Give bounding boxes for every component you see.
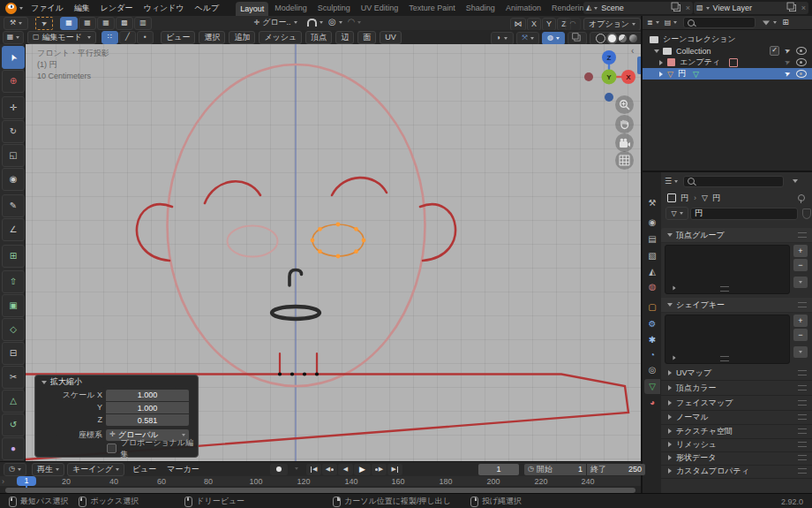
menu-file[interactable]: ファイル xyxy=(26,3,68,14)
scale-x-field[interactable]: 1.000 xyxy=(106,390,189,401)
tool-bevel[interactable]: ◇ xyxy=(2,318,25,341)
shading-rendered-button[interactable] xyxy=(629,34,637,42)
view-layer-tab-icon[interactable]: ▧ xyxy=(644,248,660,263)
mesh-datablock-dropdown[interactable]: ▽ xyxy=(665,207,688,220)
shape-keys-list[interactable] xyxy=(665,315,790,364)
outliner-row-empty[interactable]: エンプティ ➤ xyxy=(643,57,812,68)
panel-grip-icon[interactable] xyxy=(798,385,807,390)
list-expand-icon[interactable] xyxy=(673,286,675,291)
falloff-icon-button[interactable]: ◠ xyxy=(565,18,581,31)
jump-to-end-button[interactable]: ▶ xyxy=(387,464,402,475)
workspace-tab-shading[interactable]: Shading xyxy=(462,3,500,14)
pin-icon[interactable] xyxy=(798,194,805,201)
face-select-button[interactable]: ▪ xyxy=(137,31,154,44)
new-collection-button[interactable]: ⊞ xyxy=(782,19,789,27)
panel-grip-icon[interactable] xyxy=(798,442,807,447)
select-mode-extend-button[interactable]: ▦ xyxy=(79,17,96,30)
panel-grip-icon[interactable] xyxy=(798,302,807,307)
tool-annotate[interactable]: ✎ xyxy=(2,194,25,217)
tool-cursor[interactable]: ⊕ xyxy=(2,70,25,93)
tool-inset-faces[interactable]: ▣ xyxy=(2,294,25,317)
eye-icon[interactable] xyxy=(796,47,807,55)
mirror-y-button[interactable]: Y xyxy=(542,18,556,31)
active-tool-dropdown[interactable]: ⚒ xyxy=(4,17,28,30)
select-mode-new-button[interactable]: ▦ xyxy=(60,17,78,30)
properties-display-dropdown[interactable]: ☰ xyxy=(665,178,678,186)
tool-scale[interactable]: ◱ xyxy=(2,144,25,167)
play-reverse-button[interactable]: ◀ xyxy=(338,464,353,475)
panel-normals[interactable]: ノーマル xyxy=(661,410,812,425)
pan-button[interactable] xyxy=(615,115,634,133)
panel-grip-icon[interactable] xyxy=(798,370,807,375)
panel-custom-properties[interactable]: カスタムプロパティ xyxy=(661,464,812,479)
render-tab-icon[interactable]: ◉ xyxy=(644,215,660,230)
outliner-display-mode[interactable]: ≣ xyxy=(647,19,659,27)
vertex-group-specials-button[interactable] xyxy=(793,277,808,288)
modifiers-tab-icon[interactable]: ⚙ xyxy=(644,316,660,331)
end-frame-field[interactable]: 終了 250 xyxy=(587,464,645,475)
tool-measure[interactable]: ∠ xyxy=(2,218,25,241)
start-frame-field[interactable]: ◷ 開始 1 xyxy=(524,464,586,475)
playhead[interactable]: 1 xyxy=(17,476,36,486)
scene-selector[interactable]: ◭ Scene × xyxy=(583,2,693,14)
collapse-chevron-icon[interactable]: ‹ xyxy=(631,46,634,56)
datablock-name-input[interactable]: 円 xyxy=(690,208,798,220)
shading-solid-button[interactable] xyxy=(608,34,616,42)
material-tab-icon[interactable]: ◕ xyxy=(644,395,660,410)
orientation-dropdown[interactable]: ✛ グロー.. xyxy=(249,17,302,28)
panel-grip-icon[interactable] xyxy=(798,468,807,474)
menu-edit[interactable]: 編集 xyxy=(70,3,94,14)
eye-icon[interactable] xyxy=(796,58,807,66)
view-menu[interactable]: ビュー xyxy=(128,464,161,475)
tool-knife[interactable]: ✂ xyxy=(2,366,25,389)
chevron-down-icon[interactable] xyxy=(793,179,798,183)
select-mode-invert-button[interactable]: ▩ xyxy=(116,17,133,30)
panel-grip-icon[interactable] xyxy=(798,414,807,420)
shading-wireframe-button[interactable] xyxy=(596,34,605,43)
workspace-tab-texture-paint[interactable]: Texture Paint xyxy=(404,3,460,14)
scale-y-field[interactable]: 1.000 xyxy=(106,402,189,413)
shape-key-remove-button[interactable]: − xyxy=(793,329,808,341)
menu-face[interactable]: 面 xyxy=(357,31,376,44)
viewport-canvas[interactable]: フロント・平行投影 (1) 円 10 Centimeters Z X Y ‹ 拡… xyxy=(26,44,641,461)
fake-user-shield-icon[interactable] xyxy=(802,209,811,219)
timeline-ruler[interactable]: › 20 40 60 80 100 120 140 160 180 200 22… xyxy=(0,476,641,486)
menu-help[interactable]: ヘルプ xyxy=(191,3,224,14)
scene-tab-icon[interactable]: ◭ xyxy=(644,264,660,279)
properties-search-input[interactable] xyxy=(683,176,784,187)
particles-tab-icon[interactable]: ✱ xyxy=(644,332,660,347)
panel-grip-icon[interactable] xyxy=(798,428,807,434)
vertex-groups-list[interactable] xyxy=(665,245,790,294)
workspace-tab-sculpting[interactable]: Sculpting xyxy=(313,3,355,14)
playback-menu[interactable]: 再生 xyxy=(32,463,64,476)
panel-face-maps[interactable]: フェイスマップ xyxy=(661,396,812,411)
tool-smooth[interactable]: ● xyxy=(2,437,25,460)
output-tab-icon[interactable]: ▤ xyxy=(644,231,660,246)
current-frame-field[interactable]: 1 xyxy=(478,464,519,475)
marker-menu[interactable]: マーカー xyxy=(162,464,203,475)
menu-add[interactable]: 追加 xyxy=(229,31,255,44)
operator-panel-header[interactable]: 拡大縮小 xyxy=(35,375,198,389)
outliner-row-scene-collection[interactable]: シーンコレクション xyxy=(643,34,812,45)
new-view-layer-icon[interactable] xyxy=(789,4,796,11)
panel-grip-icon[interactable] xyxy=(798,455,807,460)
cursor-select-icon[interactable]: ➤ xyxy=(784,46,792,56)
outliner-filter-dropdown[interactable] xyxy=(762,20,777,26)
panel-grip-icon[interactable] xyxy=(798,232,807,238)
tool-loop-cut[interactable]: ⊟ xyxy=(2,342,25,365)
panel-uv-maps[interactable]: UVマップ xyxy=(661,366,812,381)
proportional-checkbox[interactable] xyxy=(107,444,117,453)
menu-vertex[interactable]: 頂点 xyxy=(305,31,332,44)
region-expand-icon[interactable]: › xyxy=(2,477,4,486)
outliner-search-input[interactable] xyxy=(683,17,756,28)
vertex-group-remove-button[interactable]: − xyxy=(793,259,808,271)
select-mode-subtract-button[interactable]: ▦ xyxy=(97,17,115,30)
physics-tab-icon[interactable]: ◔ xyxy=(644,347,660,362)
workspace-tab-animation[interactable]: Animation xyxy=(501,3,545,14)
options-dropdown[interactable]: オプション xyxy=(583,18,641,31)
menu-window[interactable]: ウィンドウ xyxy=(139,3,188,14)
panel-grip-icon[interactable] xyxy=(798,400,807,406)
shape-key-add-button[interactable]: + xyxy=(793,315,808,327)
menu-edge[interactable]: 辺 xyxy=(335,31,354,44)
edge-select-button[interactable]: ╱ xyxy=(119,31,136,44)
